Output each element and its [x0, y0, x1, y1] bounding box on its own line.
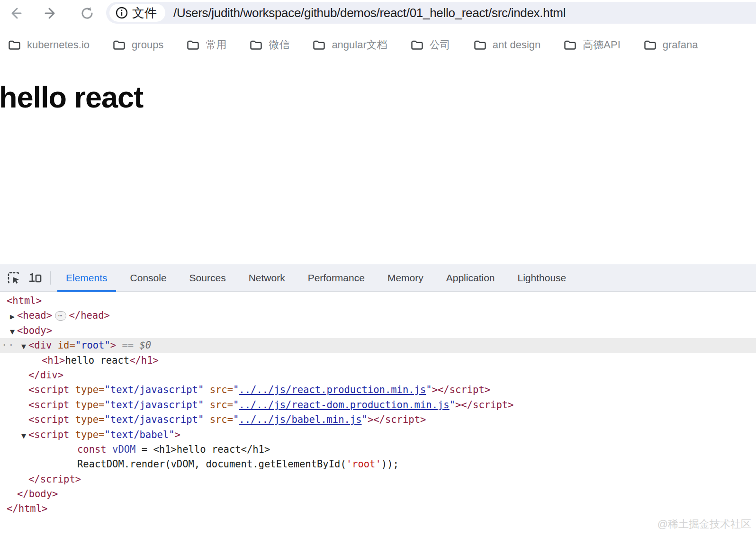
code-token: </script>	[28, 474, 81, 485]
back-button[interactable]	[7, 5, 24, 22]
code-token: "text/babel"	[104, 429, 174, 440]
bookmark-item[interactable]: grafana	[644, 39, 698, 51]
bookmark-item[interactable]: 高德API	[564, 38, 620, 52]
code-token: "text/javascript"	[104, 414, 204, 425]
bookmark-item[interactable]: angular文档	[313, 38, 387, 52]
bookmark-label: groups	[132, 39, 163, 51]
code-token: </h1>	[129, 355, 159, 366]
expand-inline-icon[interactable]: ⋯	[55, 311, 66, 321]
reload-button[interactable]	[79, 5, 96, 22]
chevron-down-icon[interactable]: ▼	[19, 429, 28, 443]
code-token: "	[233, 399, 239, 411]
code-token	[107, 444, 112, 455]
bookmark-item[interactable]: kubernetes.io	[8, 39, 90, 51]
resource-link[interactable]: ../../js/react.production.min.js	[239, 384, 426, 395]
bookmark-label: ant design	[493, 39, 541, 51]
chevron-down-icon[interactable]: ▼	[19, 339, 28, 354]
elements-tree: <html>▶<head>⋯</head>▼<body>··▼<div id="…	[0, 292, 756, 517]
code-token: "	[426, 384, 432, 395]
forward-button[interactable]	[43, 5, 60, 22]
devtools-tree-row[interactable]: <script type="text/javascript" src="../.…	[0, 398, 756, 412]
code-token: >	[110, 340, 116, 351]
resource-link[interactable]: ../../js/babel.min.js	[239, 414, 361, 425]
folder-icon	[474, 39, 486, 51]
devtools-tree-row[interactable]: <script type="text/javascript" src="../.…	[0, 412, 756, 427]
devtools-tree-row[interactable]: ··▼<div id="root"> == $0	[0, 338, 756, 353]
code-token: <script	[28, 414, 69, 425]
tab-memory[interactable]: Memory	[376, 264, 435, 292]
folder-icon	[411, 39, 423, 51]
inspect-element-button[interactable]	[3, 264, 25, 292]
folder-icon	[113, 39, 126, 51]
folder-icon	[564, 39, 576, 51]
tab-performance[interactable]: Performance	[297, 264, 376, 292]
resource-link[interactable]: ../../js/react-dom.production.min.js	[239, 399, 449, 411]
devtools-tree-row[interactable]: ▶<head>⋯</head>	[0, 308, 756, 323]
bookmark-label: angular文档	[332, 38, 387, 52]
code-token: $0	[140, 340, 152, 351]
tab-elements[interactable]: Elements	[54, 264, 119, 292]
bookmark-label: 公司	[430, 38, 450, 52]
tab-console[interactable]: Console	[119, 264, 178, 292]
devtools-tree-row[interactable]: const vDOM = <h1>hello react</h1>	[0, 442, 756, 457]
code-token: src=	[210, 414, 233, 425]
code-token: src=	[210, 384, 233, 395]
code-token: ));	[381, 458, 399, 470]
chevron-down-icon[interactable]: ▼	[8, 324, 17, 339]
code-token: <h1>	[42, 355, 65, 366]
url-text[interactable]: /Users/judith/workspace/github/demos/rea…	[173, 6, 566, 20]
device-toolbar-button[interactable]	[25, 264, 46, 292]
folder-icon	[187, 39, 199, 51]
code-token: "	[450, 399, 455, 411]
bookmark-item[interactable]: 微信	[250, 38, 289, 52]
devtools-tree-row[interactable]: </body>	[0, 487, 756, 501]
devtools-tabs: ElementsConsoleSourcesNetworkPerformance…	[54, 264, 577, 292]
toolbar-separator	[50, 271, 51, 285]
tab-application[interactable]: Application	[435, 264, 506, 292]
code-token: type=	[75, 384, 105, 395]
code-token: type=	[75, 399, 105, 411]
code-token: </html>	[7, 503, 47, 514]
bookmark-item[interactable]: groups	[113, 39, 163, 51]
devtools-tree-row[interactable]: <html>	[0, 294, 756, 308]
code-token: ></script>	[455, 399, 513, 411]
devtools-tree-row[interactable]: </script>	[0, 472, 756, 487]
tab-network[interactable]: Network	[237, 264, 297, 292]
browser-toolbar: 文件 /Users/judith/workspace/github/demos/…	[0, 0, 756, 27]
code-token: <script	[28, 399, 69, 411]
file-scheme-chip[interactable]: 文件	[109, 4, 165, 22]
tab-sources[interactable]: Sources	[178, 264, 237, 292]
watermark: @稀土掘金技术社区	[657, 517, 751, 531]
code-token: "text/javascript"	[104, 399, 204, 411]
code-token: </head>	[69, 310, 110, 321]
devtools-tree-row[interactable]: </div>	[0, 368, 756, 383]
bookmark-item[interactable]: 公司	[411, 38, 450, 52]
devtools-tree-row[interactable]: ▼<body>	[0, 323, 756, 338]
folder-icon	[644, 39, 657, 51]
chevron-right-icon[interactable]: ▶	[8, 309, 17, 324]
inspect-cursor-icon	[7, 271, 21, 285]
devtools-tree-row[interactable]: </html>	[0, 501, 756, 516]
bookmark-item[interactable]: ant design	[474, 39, 541, 51]
devtools-tree-row[interactable]: <h1>hello react</h1>	[0, 353, 756, 368]
code-token: ></script>	[368, 414, 426, 425]
address-bar[interactable]: 文件 /Users/judith/workspace/github/demos/…	[106, 2, 756, 24]
bookmark-label: 常用	[206, 38, 226, 52]
code-token	[69, 429, 75, 440]
tab-lighthouse[interactable]: Lighthouse	[506, 264, 577, 292]
bookmark-item[interactable]: 常用	[187, 38, 226, 52]
back-icon	[8, 6, 23, 21]
code-token: id=	[58, 340, 75, 351]
code-token: 'root'	[346, 458, 381, 470]
devtools-tree-row[interactable]: ReactDOM.render(vDOM, document.getElemen…	[0, 457, 756, 472]
page-heading: hello react	[0, 80, 756, 114]
code-token: "root"	[75, 340, 110, 351]
code-token	[69, 399, 75, 411]
devtools-tree-row[interactable]: <script type="text/javascript" src="../.…	[0, 383, 756, 397]
browser-window: 文件 /Users/judith/workspace/github/demos/…	[0, 0, 756, 537]
code-token	[69, 414, 75, 425]
code-token: <html>	[7, 295, 42, 306]
folder-icon	[313, 39, 325, 51]
scheme-label: 文件	[132, 5, 157, 21]
devtools-tree-row[interactable]: ▼<script type="text/babel">	[0, 428, 756, 442]
